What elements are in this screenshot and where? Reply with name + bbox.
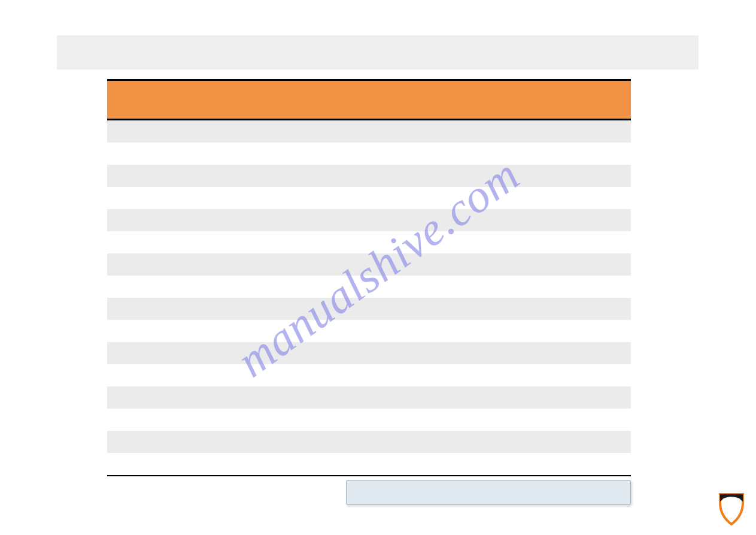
info-box — [346, 480, 631, 505]
shield-icon — [716, 493, 746, 525]
table-row — [107, 120, 631, 143]
data-table — [107, 79, 631, 476]
table-row — [107, 165, 631, 187]
table-row — [107, 431, 631, 453]
table-row — [107, 276, 631, 298]
table-row — [107, 209, 631, 231]
table-row — [107, 342, 631, 364]
table-row — [107, 253, 631, 276]
table-header-row — [107, 81, 631, 119]
table-row — [107, 231, 631, 253]
table-bottom-border — [107, 475, 631, 476]
table-row — [107, 386, 631, 409]
top-grey-bar — [57, 35, 699, 69]
table-row — [107, 409, 631, 431]
table-row — [107, 453, 631, 475]
table-row — [107, 187, 631, 209]
table-row — [107, 364, 631, 386]
table-row — [107, 320, 631, 342]
table-row — [107, 143, 631, 165]
table-row — [107, 298, 631, 320]
